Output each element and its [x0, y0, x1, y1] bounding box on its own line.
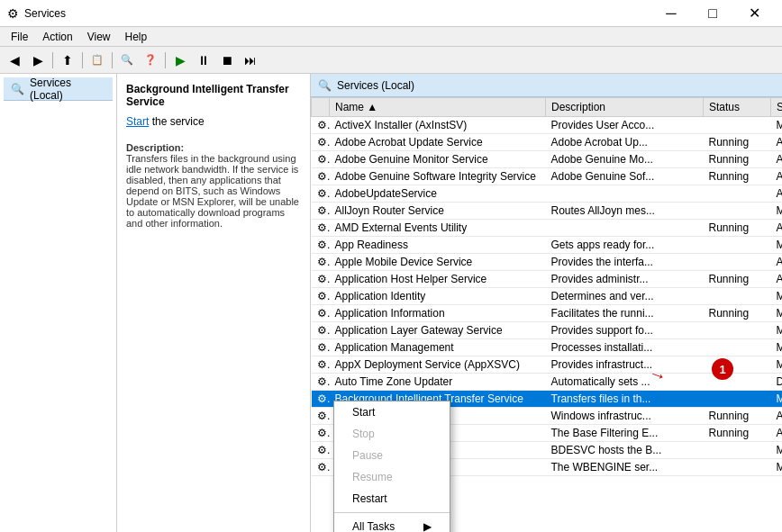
back-button[interactable]: ◀: [4, 50, 25, 70]
col-header-status[interactable]: Status: [704, 98, 771, 117]
table-row[interactable]: ⚙Adobe Acrobat Update ServiceAdobe Acrob…: [312, 134, 783, 151]
table-row[interactable]: ⚙Auto Time Zone UpdaterAutomatically set…: [312, 374, 783, 391]
title-bar-icon: ⚙: [7, 6, 19, 21]
close-button[interactable]: ✕: [733, 0, 775, 27]
properties-button[interactable]: 🔍: [116, 50, 138, 70]
service-name: Auto Time Zone Updater: [330, 374, 546, 391]
up-button[interactable]: ⬆: [57, 50, 78, 70]
service-status: Running: [704, 220, 771, 237]
submenu-arrow-icon: ▶: [423, 520, 432, 532]
service-name: Application Information: [330, 305, 546, 322]
service-description: Automatically sets ...: [546, 374, 704, 391]
nav-header: 🔍 Services (Local): [4, 77, 113, 101]
service-link-container: Start the service: [126, 115, 301, 128]
help-button[interactable]: ❓: [140, 50, 161, 70]
table-row[interactable]: ⚙ActiveX Installer (AxInstSV)Provides Us…: [312, 117, 783, 134]
service-name: Application Host Helper Service: [330, 271, 546, 288]
service-status: Running: [704, 408, 771, 425]
service-description: Processes installati...: [546, 339, 704, 356]
table-row[interactable]: ⚙Application Layer Gateway ServiceProvid…: [312, 322, 783, 339]
table-row[interactable]: ⚙AllJoyn Router ServiceRoutes AllJoyn me…: [312, 203, 783, 220]
service-start-type: Man...: [771, 237, 783, 254]
service-icon-cell: ⚙: [312, 442, 330, 459]
menu-view[interactable]: View: [80, 29, 118, 45]
table-row[interactable]: ⚙AdobeUpdateServiceAut...: [312, 185, 783, 203]
service-description: Provides the interfa...: [546, 254, 704, 271]
service-start-type: Man...: [771, 117, 783, 134]
service-description: Facilitates the runni...: [546, 305, 704, 322]
col-header-icon: [312, 98, 330, 117]
service-icon-cell: ⚙: [312, 374, 330, 391]
start-link[interactable]: Start: [126, 115, 149, 128]
service-description: Adobe Genuine Sof...: [546, 168, 704, 185]
restart-service-button[interactable]: ⏭: [240, 50, 261, 70]
service-status: Running: [704, 305, 771, 322]
col-header-description[interactable]: Description: [546, 98, 704, 117]
toolbar-separator-2: [82, 52, 83, 68]
service-description: [546, 220, 704, 237]
table-row[interactable]: ⚙Adobe Genuine Software Integrity Servic…: [312, 168, 783, 185]
service-icon-cell: ⚙: [312, 134, 330, 151]
context-menu-item-resume: Resume: [334, 466, 450, 488]
start-service-button[interactable]: ▶: [169, 50, 191, 70]
service-start-type: Man...: [771, 322, 783, 339]
service-status: Running: [704, 168, 771, 185]
info-panel: Background Intelligent Transfer Service …: [117, 74, 311, 532]
link-suffix: the service: [149, 115, 204, 128]
service-status: [704, 391, 771, 408]
service-status: Running: [704, 425, 771, 442]
service-start-type: Man...: [771, 288, 783, 305]
maximize-button[interactable]: □: [692, 0, 733, 27]
menu-action[interactable]: Action: [35, 29, 79, 45]
table-row[interactable]: ⚙App ReadinessGets apps ready for...Man.…: [312, 237, 783, 254]
service-status: [704, 459, 771, 476]
service-description: Provides User Acco...: [546, 117, 704, 134]
service-start-type: Aut...: [771, 151, 783, 168]
col-header-name[interactable]: Name ▲: [330, 98, 546, 117]
table-row[interactable]: ⚙Application IdentityDetermines and ver.…: [312, 288, 783, 305]
description-text: Transfers files in the background using …: [126, 153, 299, 229]
context-menu-item-restart[interactable]: Restart: [334, 488, 450, 509]
title-bar: ⚙ Services ─ □ ✕: [0, 0, 782, 27]
annotation-circle-1: 1: [712, 358, 733, 380]
table-row[interactable]: ⚙Application InformationFacilitates the …: [312, 305, 783, 322]
context-menu-item-all-tasks[interactable]: All Tasks▶: [334, 516, 450, 532]
table-row[interactable]: ⚙AMD External Events UtilityRunningAut..…: [312, 220, 783, 237]
stop-service-button[interactable]: ⏹: [216, 50, 238, 70]
service-status: [704, 322, 771, 339]
service-icon-cell: ⚙: [312, 117, 330, 134]
service-description: Provides administr...: [546, 271, 704, 288]
service-icon-cell: ⚙: [312, 391, 330, 408]
service-icon-cell: ⚙: [312, 203, 330, 220]
service-start-type: Aut...: [771, 134, 783, 151]
forward-button[interactable]: ▶: [27, 50, 49, 70]
context-menu-item-start[interactable]: Start: [334, 401, 450, 423]
service-icon-cell: ⚙: [312, 254, 330, 271]
service-description: Routes AllJoyn mes...: [546, 203, 704, 220]
service-start-type: Man...: [771, 305, 783, 322]
service-start-type: Man...: [771, 459, 783, 476]
service-description: Windows infrastruc...: [546, 408, 704, 425]
table-row[interactable]: ⚙Application Host Helper ServiceProvides…: [312, 271, 783, 288]
service-name: ActiveX Installer (AxInstSV): [330, 117, 546, 134]
toolbar-separator-1: [52, 52, 53, 68]
service-status: Running: [704, 271, 771, 288]
service-start-type: Aut...: [771, 254, 783, 271]
service-name: AllJoyn Router Service: [330, 203, 546, 220]
table-row[interactable]: ⚙Adobe Genuine Monitor ServiceAdobe Genu…: [312, 151, 783, 168]
minimize-button[interactable]: ─: [650, 0, 692, 27]
left-nav: 🔍 Services (Local): [0, 74, 117, 532]
menu-help[interactable]: Help: [118, 29, 155, 45]
table-row[interactable]: ⚙Application ManagementProcesses install…: [312, 339, 783, 356]
col-header-start[interactable]: Start: [771, 98, 783, 117]
menu-file[interactable]: File: [4, 29, 35, 45]
copy-button[interactable]: 📋: [86, 50, 108, 70]
table-row[interactable]: ⚙Apple Mobile Device ServiceProvides the…: [312, 254, 783, 271]
service-start-type: Aut...: [771, 425, 783, 442]
service-status: [704, 288, 771, 305]
context-menu: StartStopPauseResumeRestartAll Tasks▶: [333, 401, 450, 532]
menu-bar: File Action View Help: [0, 27, 782, 47]
service-start-type: Aut...: [771, 220, 783, 237]
service-icon-cell: ⚙: [312, 425, 330, 442]
pause-service-button[interactable]: ⏸: [193, 50, 214, 70]
